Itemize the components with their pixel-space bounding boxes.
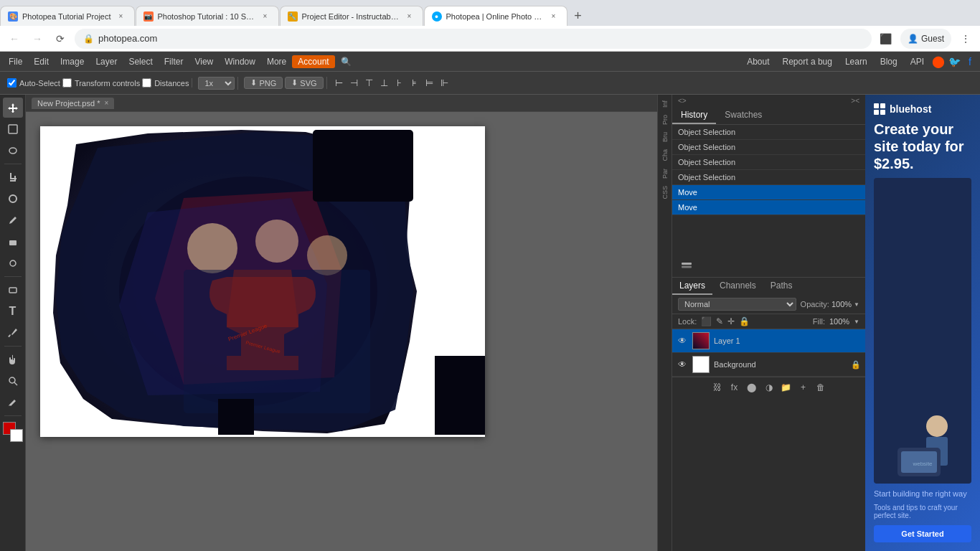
menu-report-bug[interactable]: Report a bug xyxy=(777,55,838,68)
fill-value[interactable]: 100% xyxy=(829,317,849,326)
panel-collapse-left[interactable]: <> xyxy=(675,96,689,105)
menu-learn[interactable]: Learn xyxy=(839,55,873,68)
history-item-4[interactable]: Move xyxy=(672,185,865,200)
add-layer-button[interactable]: + xyxy=(796,380,811,395)
export-svg-button[interactable]: ⬇ SVG xyxy=(285,77,323,89)
heal-tool[interactable] xyxy=(3,189,23,209)
menu-edit[interactable]: Edit xyxy=(28,55,55,68)
history-item-1[interactable]: Object Selection xyxy=(672,140,865,155)
layer-visibility-0[interactable]: 👁 xyxy=(677,335,688,347)
side-info-par[interactable]: Par xyxy=(660,166,670,182)
history-item-3[interactable]: Object Selection xyxy=(672,170,865,185)
background-color[interactable] xyxy=(10,429,23,442)
menu-window[interactable]: Window xyxy=(219,55,261,68)
history-tab[interactable]: History xyxy=(672,107,716,124)
menu-view[interactable]: View xyxy=(189,55,219,68)
layer-item-1[interactable]: 👁 Background 🔒 xyxy=(672,353,865,377)
menu-select[interactable]: Select xyxy=(123,55,158,68)
smudge-tool[interactable] xyxy=(3,253,23,273)
eraser-tool[interactable] xyxy=(3,232,23,252)
layers-panel-icon[interactable] xyxy=(678,257,695,274)
shape-tool[interactable] xyxy=(3,280,23,300)
align-left-icon[interactable]: ⊢ xyxy=(333,77,346,90)
blend-mode-select[interactable]: Normal Dissolve Multiply Screen xyxy=(678,298,796,311)
transform-controls-input[interactable] xyxy=(62,78,72,88)
side-info-cha[interactable]: Cha xyxy=(660,146,670,164)
tab-close-3[interactable]: × xyxy=(404,11,415,22)
tab-close-1[interactable]: × xyxy=(116,11,127,22)
delete-layer-button[interactable]: 🗑 xyxy=(814,380,828,395)
canvas-container[interactable]: Premier League Premier League xyxy=(26,112,657,551)
lasso-tool[interactable] xyxy=(3,141,23,161)
browser-tab-2[interactable]: 📷 Photoshop Tutorial : 10 Steps - × xyxy=(136,6,279,26)
history-item-0[interactable]: Object Selection xyxy=(672,125,865,140)
auto-select-checkbox[interactable]: Auto-Select xyxy=(7,78,60,88)
doc-tab-close[interactable]: × xyxy=(104,99,108,107)
text-tool[interactable]: T xyxy=(3,301,23,321)
distances-input[interactable] xyxy=(142,78,151,88)
forward-button[interactable]: → xyxy=(29,30,46,47)
selection-tool[interactable] xyxy=(3,119,23,139)
settings-icon[interactable]: ⋮ xyxy=(957,30,974,47)
menu-more[interactable]: More xyxy=(261,55,292,68)
side-info-pro[interactable]: Pro xyxy=(660,112,670,128)
url-bar[interactable]: 🔒 photopea.com xyxy=(75,29,872,49)
distribute-v-icon[interactable]: ⊩ xyxy=(438,77,451,90)
fill-dropdown-arrow[interactable]: ▼ xyxy=(854,319,859,325)
reload-button[interactable]: ⟳ xyxy=(52,30,69,47)
layer-item-0[interactable]: 👁 Layer 1 xyxy=(672,329,865,353)
crop-tool[interactable] xyxy=(3,167,23,187)
menu-layer[interactable]: Layer xyxy=(90,55,123,68)
lock-position-icon[interactable]: ✎ xyxy=(716,316,723,326)
menu-image[interactable]: Image xyxy=(55,55,90,68)
ad-cta-button[interactable]: Get Started xyxy=(874,525,971,542)
link-layers-button[interactable]: ⛓ xyxy=(710,380,725,395)
layers-tab[interactable]: Layers xyxy=(672,278,712,295)
pen-tool[interactable] xyxy=(3,392,23,413)
zoom-tool[interactable] xyxy=(3,371,23,391)
align-top-icon[interactable]: ⊥ xyxy=(378,77,391,90)
zoom-select[interactable]: 1x 2x 0.5x xyxy=(198,77,235,90)
hand-tool[interactable] xyxy=(3,349,23,369)
menu-account[interactable]: Account xyxy=(292,55,334,68)
browser-tab-1[interactable]: 🎨 Photopea Tutorial Project × xyxy=(0,6,135,26)
channels-tab[interactable]: Channels xyxy=(712,278,763,295)
browser-tab-4[interactable]: ● Photopea | Online Photo Editor × xyxy=(424,6,567,26)
new-tab-button[interactable]: + xyxy=(568,6,588,26)
panel-collapse-right[interactable]: >< xyxy=(848,96,862,105)
menu-blog[interactable]: Blog xyxy=(875,55,903,68)
swatches-tab[interactable]: Swatches xyxy=(716,107,771,124)
side-info-inf[interactable]: Inf xyxy=(660,98,670,110)
add-mask-button[interactable]: ⬤ xyxy=(745,380,759,395)
opacity-dropdown-arrow[interactable]: ▼ xyxy=(854,301,859,308)
export-png-button[interactable]: ⬇ PNG xyxy=(244,77,283,89)
side-info-css[interactable]: CSS xyxy=(660,183,670,202)
facebook-icon[interactable]: f xyxy=(963,55,977,69)
menu-search[interactable]: 🔍 xyxy=(335,55,357,68)
opacity-value[interactable]: 100% xyxy=(831,300,852,309)
side-info-bru[interactable]: Bru xyxy=(660,129,670,145)
eyedropper-tool[interactable] xyxy=(3,323,23,343)
add-style-button[interactable]: fx xyxy=(727,380,742,395)
document-tab[interactable]: New Project.psd * × xyxy=(32,98,114,109)
paths-tab[interactable]: Paths xyxy=(763,278,800,295)
browser-tab-3[interactable]: 🔧 Project Editor - Instructables × xyxy=(280,6,423,26)
align-right-icon[interactable]: ⊤ xyxy=(363,77,376,90)
align-bottom-icon[interactable]: ⊧ xyxy=(408,77,421,90)
tab-close-4[interactable]: × xyxy=(548,11,560,22)
transform-controls-checkbox[interactable]: Transform controls xyxy=(62,78,140,88)
distribute-h-icon[interactable]: ⊨ xyxy=(423,77,436,90)
extensions-icon[interactable]: ⬛ xyxy=(877,30,895,47)
lock-pixels-icon[interactable]: ⬛ xyxy=(701,316,712,326)
history-item-2[interactable]: Object Selection xyxy=(672,155,865,170)
menu-about[interactable]: About xyxy=(741,55,775,68)
menu-filter[interactable]: Filter xyxy=(159,55,189,68)
align-center-v-icon[interactable]: ⊦ xyxy=(393,77,406,90)
add-adjustment-button[interactable]: ◑ xyxy=(762,380,776,395)
menu-file[interactable]: File xyxy=(3,55,28,68)
back-button[interactable]: ← xyxy=(6,30,23,47)
distances-checkbox[interactable]: Distances xyxy=(142,78,189,88)
history-item-5[interactable]: Move xyxy=(672,200,865,215)
layer-visibility-1[interactable]: 👁 xyxy=(677,359,688,370)
reddit-icon[interactable]: ⬤ xyxy=(931,55,946,69)
